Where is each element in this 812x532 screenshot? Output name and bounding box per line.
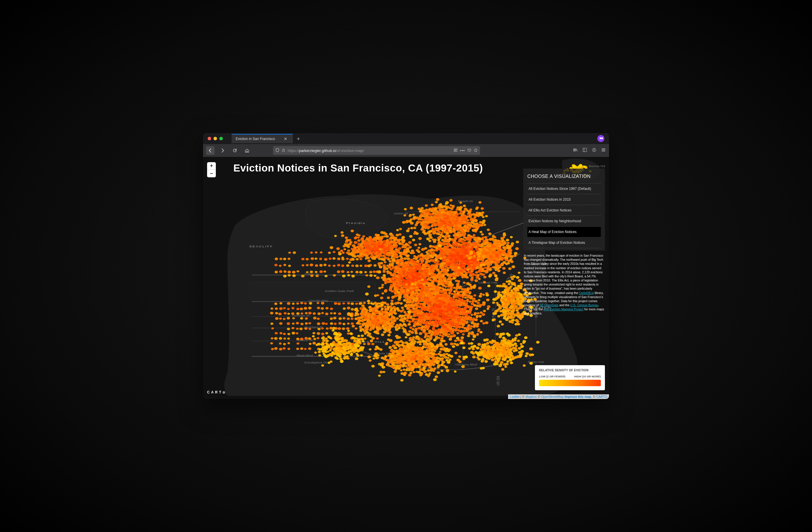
url-bar[interactable]: https://parkerziegler.github.io/sf-evict… — [273, 146, 480, 155]
desc-link[interactable]: CartoDB.js — [579, 291, 594, 294]
svg-text:Quintara St: Quintara St — [304, 326, 323, 329]
browser-toolbar: https://parkerziegler.github.io/sf-evict… — [203, 144, 609, 157]
svg-text:Eucalyptus Dr: Eucalyptus Dr — [304, 361, 327, 364]
attrib-osm-link[interactable]: OpenStreetMap — [541, 395, 564, 399]
svg-text:Noriega St: Noriega St — [292, 314, 310, 317]
svg-text:SEACLIFF: SEACLIFF — [249, 245, 273, 248]
visualization-panel: CHOOSE A VISUALIZATION All Eviction Noti… — [523, 169, 605, 316]
desc-link[interactable]: Anti-Eviction Mapping Project — [543, 307, 583, 311]
svg-text:Taraval St: Taraval St — [296, 338, 313, 342]
attrib-improve-link[interactable]: Improve this map — [565, 395, 591, 399]
visualization-item[interactable]: A Timelapse Map of Eviction Notices — [527, 238, 601, 248]
svg-text:US 101: US 101 — [496, 376, 500, 385]
svg-text:Selby St: Selby St — [495, 353, 509, 356]
visualization-item[interactable]: All Eviction Notices in 2015 — [527, 194, 601, 205]
tracking-shield-icon[interactable] — [275, 148, 279, 153]
window-close-button[interactable] — [208, 137, 211, 140]
svg-point-8 — [594, 149, 595, 150]
svg-text:Golden Gate Park: Golden Gate Park — [325, 289, 354, 292]
svg-text:Portola Dr: Portola Dr — [374, 352, 390, 355]
reload-button[interactable] — [230, 146, 239, 155]
bookmark-star-icon[interactable] — [474, 148, 478, 153]
panel-title: CHOOSE A VISUALIZATION — [527, 174, 601, 179]
svg-text:Union St: Union St — [394, 212, 408, 215]
attrib-leaflet-link[interactable]: Leaflet — [510, 395, 520, 399]
map-content: San Francisco SEACLIFFPresidioPresidioGo… — [203, 157, 609, 399]
svg-text:Kansas St: Kansas St — [491, 308, 495, 321]
visualization-item[interactable]: All Eviction Notices Since 1997 (Default… — [527, 183, 601, 194]
zoom-out-button[interactable]: − — [207, 170, 216, 177]
legend-high-label: HIGH (10 OR MORE) — [574, 375, 601, 378]
svg-text:Fulton St: Fulton St — [304, 272, 319, 276]
city-label: San Francisco — [451, 261, 492, 266]
pocket-icon[interactable] — [467, 148, 471, 153]
svg-text:Central Fwy: Central Fwy — [478, 281, 498, 284]
attrib-mapbox-link[interactable]: Mapbox — [525, 395, 537, 399]
svg-text:Glen Canyon Park: Glen Canyon Park — [387, 364, 417, 368]
page-title: Eviction Notices in San Francisco, CA (1… — [233, 162, 483, 174]
attrib-carto-link[interactable]: CARTO — [596, 395, 607, 399]
menu-icon[interactable] — [601, 147, 606, 154]
map-attribution: Leaflet | © Mapbox © OpenStreetMap Impro… — [508, 394, 609, 399]
lock-icon[interactable] — [282, 148, 285, 153]
incognito-icon[interactable] — [597, 135, 604, 142]
reader-mode-icon[interactable] — [453, 148, 458, 153]
svg-rect-0 — [282, 150, 285, 152]
svg-rect-13 — [250, 282, 376, 299]
browser-window: Eviction in San Francisco ✕ ＋ — [203, 133, 609, 399]
back-button[interactable] — [206, 146, 215, 155]
new-tab-button[interactable]: ＋ — [296, 135, 301, 142]
panel-description: In recent years, the landscape of evicti… — [523, 254, 605, 316]
account-icon[interactable] — [592, 147, 597, 154]
visualization-list: All Eviction Notices Since 1997 (Default… — [527, 183, 601, 248]
forward-button[interactable] — [218, 146, 227, 155]
desc-link[interactable]: SF OpenData — [540, 303, 558, 307]
legend-low-label: LOW (2 OR FEWER) — [539, 375, 565, 378]
sidebar-icon[interactable] — [582, 147, 588, 154]
legend-gradient — [539, 380, 601, 386]
svg-text:Alemany Blvd: Alemany Blvd — [455, 363, 477, 366]
svg-rect-5 — [583, 148, 586, 152]
library-icon[interactable] — [573, 147, 578, 154]
visualization-item[interactable]: A Heat Map of Eviction Notices — [527, 227, 601, 238]
svg-text:Burma Rd: Burma Rd — [589, 165, 605, 168]
svg-text:Lincoln Way: Lincoln Way — [308, 299, 329, 302]
window-maximize-button[interactable] — [219, 137, 223, 140]
svg-text:Sloat Blvd: Sloat Blvd — [296, 354, 313, 357]
url-text: https://parkerziegler.github.io/sf-evict… — [288, 148, 451, 153]
visualization-item[interactable]: Eviction Notices by Neighborhood — [527, 216, 601, 227]
map-legend: RELATIVE DENSITY OF EVICTION LOW (2 OR F… — [535, 365, 605, 390]
browser-tab[interactable]: Eviction in San Francisco ✕ — [232, 134, 293, 143]
carto-watermark[interactable]: CART — [207, 390, 225, 394]
desc-link[interactable]: U.S. Census Bureau — [570, 303, 598, 307]
visualization-item[interactable]: All Ellis Act Eviction Notices — [527, 205, 601, 216]
zoom-control: + − — [207, 162, 216, 177]
home-button[interactable] — [243, 146, 251, 155]
svg-text:Presidio: Presidio — [357, 242, 371, 245]
page-actions-icon[interactable]: ••• — [460, 148, 465, 153]
toolbar-right — [573, 147, 606, 154]
tab-title: Eviction in San Francisco — [236, 137, 275, 141]
zoom-in-button[interactable]: + — [207, 162, 216, 170]
svg-text:Beach St: Beach St — [458, 200, 473, 203]
window-controls — [208, 137, 223, 140]
window-minimize-button[interactable] — [214, 137, 217, 140]
svg-text:FOREST HILL: FOREST HILL — [353, 340, 386, 344]
svg-text:Presidio: Presidio — [346, 221, 365, 225]
svg-text:Folsom St: Folsom St — [468, 320, 472, 334]
tabstrip: Eviction in San Francisco ✕ ＋ — [203, 133, 609, 144]
tab-close-button[interactable]: ✕ — [284, 136, 287, 141]
legend-title: RELATIVE DENSITY OF EVICTION — [539, 369, 601, 372]
svg-text:Palou Ave: Palou Ave — [528, 360, 544, 363]
